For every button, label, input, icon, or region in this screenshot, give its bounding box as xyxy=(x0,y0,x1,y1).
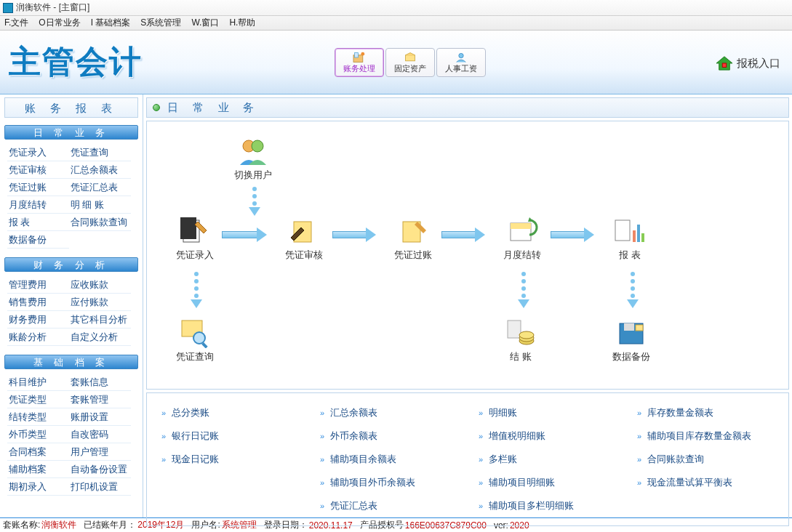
link-aging[interactable]: 账龄分析 xyxy=(7,329,69,346)
chevron-right-icon: » xyxy=(637,455,641,464)
grid-link[interactable]: »凭证汇总表 xyxy=(320,499,457,512)
workspace: 日 常 业 务 切换用户 凭证录入 凭证审核 凭证过账 xyxy=(143,94,792,517)
link-voucher-type[interactable]: 凭证类型 xyxy=(7,391,69,408)
link-report[interactable]: 报 表 xyxy=(7,214,69,231)
grid-link[interactable]: »辅助项目库存数量金额表 xyxy=(637,430,774,443)
status-closed-label: 已结账年月： xyxy=(84,519,136,531)
grid-link[interactable]: »外币余额表 xyxy=(320,430,457,443)
link-summary-balance[interactable]: 汇总余额表 xyxy=(69,161,131,179)
link-query[interactable]: 凭证查询 xyxy=(69,144,131,161)
link-fin-exp[interactable]: 财务费用 xyxy=(7,311,69,329)
app-icon xyxy=(3,3,13,13)
link-detail-ledger[interactable]: 明 细 账 xyxy=(69,196,131,214)
node-backup[interactable]: 数据备份 xyxy=(612,318,650,363)
node-query[interactable]: 凭证查询 xyxy=(176,318,214,363)
link-audit[interactable]: 凭证审核 xyxy=(7,161,69,179)
report-icon xyxy=(612,216,647,246)
svg-point-2 xyxy=(361,52,364,55)
svg-point-24 xyxy=(519,331,534,339)
link-post[interactable]: 凭证过账 xyxy=(7,179,69,196)
link-fx-type[interactable]: 外币类型 xyxy=(7,426,69,443)
link-opening[interactable]: 期初录入 xyxy=(7,478,69,496)
arrow-down-icon xyxy=(627,270,639,308)
entry-icon xyxy=(177,216,212,246)
link-acctset-info[interactable]: 套账信息 xyxy=(69,374,131,391)
grid-link[interactable]: »现金流量试算平衡表 xyxy=(637,476,774,489)
tab-payroll[interactable]: 人事工资 xyxy=(436,48,486,77)
link-ap[interactable]: 应付账款 xyxy=(69,294,131,311)
grid-link[interactable]: »辅助项目明细账 xyxy=(479,476,615,489)
tab-label: 固定资产 xyxy=(394,63,426,74)
grid-link[interactable]: »现金日记账 xyxy=(161,453,298,466)
grid-link[interactable]: »明细账 xyxy=(479,406,615,419)
link-sales-exp[interactable]: 销售费用 xyxy=(7,294,69,311)
grid-link[interactable]: »辅助项目外币余额表 xyxy=(320,476,457,489)
post-icon xyxy=(396,216,431,246)
menu-file[interactable]: F.文件 xyxy=(4,17,28,29)
node-label: 凭证查询 xyxy=(176,351,214,363)
grid-link[interactable]: »库存数量金额表 xyxy=(637,406,774,419)
fixed-assets-icon xyxy=(403,52,417,63)
grid-link[interactable]: »多栏账 xyxy=(479,453,615,466)
menu-window[interactable]: W.窗口 xyxy=(191,17,219,29)
banner: 主管会计 账务处理 固定资产 人事工资 报税入口 xyxy=(0,31,792,94)
link-contract-file[interactable]: 合同档案 xyxy=(7,443,69,461)
grid-link[interactable]: »汇总余额表 xyxy=(320,406,457,419)
sidebar-title: 账 务 报 表 xyxy=(4,97,138,118)
tab-accounting[interactable]: 账务处理 xyxy=(335,48,384,77)
module-tabs: 账务处理 固定资产 人事工资 xyxy=(335,48,486,77)
link-entry[interactable]: 凭证录入 xyxy=(7,144,69,161)
link-other-subj[interactable]: 其它科目分析 xyxy=(69,311,131,329)
menu-help[interactable]: H.帮助 xyxy=(229,17,255,29)
svg-rect-13 xyxy=(511,223,531,229)
menu-daily[interactable]: O日常业务 xyxy=(39,17,80,29)
grid-link[interactable]: »合同账款查询 xyxy=(637,453,774,466)
svg-point-7 xyxy=(252,140,263,152)
link-voucher-summary[interactable]: 凭证汇总表 xyxy=(69,179,131,196)
link-acctset-mgmt[interactable]: 套账管理 xyxy=(69,391,131,408)
sidebar-group-analysis: 财 务 分 析 管理费用应收账款 销售费用应付账款 财务费用其它科目分析 账龄分… xyxy=(4,257,138,350)
sidebar-group-basic: 基 础 档 案 科目维护套账信息 凭证类型套账管理 结转类型账册设置 外币类型自… xyxy=(4,355,138,500)
node-month-end[interactable]: 月度结转 xyxy=(503,216,541,262)
link-subject[interactable]: 科目维护 xyxy=(7,374,69,391)
tab-fixed-assets[interactable]: 固定资产 xyxy=(385,48,435,77)
link-ar[interactable]: 应收账款 xyxy=(69,276,131,294)
node-label: 数据备份 xyxy=(612,351,650,363)
link-backup[interactable]: 数据备份 xyxy=(7,231,69,249)
link-month-end[interactable]: 月度结转 xyxy=(7,196,69,214)
link-contract-query[interactable]: 合同账款查询 xyxy=(69,214,131,231)
menu-basic[interactable]: I 基础档案 xyxy=(91,17,131,29)
grid-link[interactable]: »总分类账 xyxy=(161,406,298,419)
tax-entry-button[interactable]: 报税入口 xyxy=(715,55,780,71)
grid-link[interactable]: »增值税明细账 xyxy=(479,430,615,443)
svg-rect-14 xyxy=(615,220,630,241)
grid-link[interactable]: »银行日记账 xyxy=(161,430,298,443)
link-book-set[interactable]: 账册设置 xyxy=(69,408,131,426)
node-audit[interactable]: 凭证审核 xyxy=(285,216,323,262)
chevron-right-icon: » xyxy=(161,408,166,417)
arrow-icon xyxy=(222,229,267,241)
link-custom-analysis[interactable]: 自定义分析 xyxy=(69,329,131,346)
link-auto-backup[interactable]: 自动备份设置 xyxy=(69,461,131,478)
chevron-right-icon: » xyxy=(637,408,641,417)
svg-rect-15 xyxy=(633,230,636,242)
link-mgmt-exp[interactable]: 管理费用 xyxy=(7,276,69,294)
node-post[interactable]: 凭证过账 xyxy=(394,216,432,262)
arrow-icon xyxy=(332,229,376,241)
link-user-mgmt[interactable]: 用户管理 xyxy=(69,443,131,461)
node-entry[interactable]: 凭证录入 xyxy=(176,216,214,262)
header-bullet-icon xyxy=(153,104,160,111)
link-aux-file[interactable]: 辅助档案 xyxy=(7,461,69,478)
accounting-icon xyxy=(352,52,367,63)
workspace-title: 日 常 业 务 xyxy=(167,101,260,115)
grid-link[interactable]: »辅助项目余额表 xyxy=(320,453,457,466)
chevron-right-icon: » xyxy=(479,408,483,417)
link-printer-set[interactable]: 打印机设置 xyxy=(69,478,131,496)
link-change-pwd[interactable]: 自改密码 xyxy=(69,426,131,443)
link-carryover-type[interactable]: 结转类型 xyxy=(7,408,69,426)
menu-system[interactable]: S系统管理 xyxy=(140,17,181,29)
node-switch-user[interactable]: 切换用户 xyxy=(234,136,272,182)
node-closing[interactable]: 结 账 xyxy=(503,318,538,363)
node-report[interactable]: 报 表 xyxy=(612,216,647,262)
grid-link[interactable]: »辅助项目多栏明细账 xyxy=(479,499,615,512)
